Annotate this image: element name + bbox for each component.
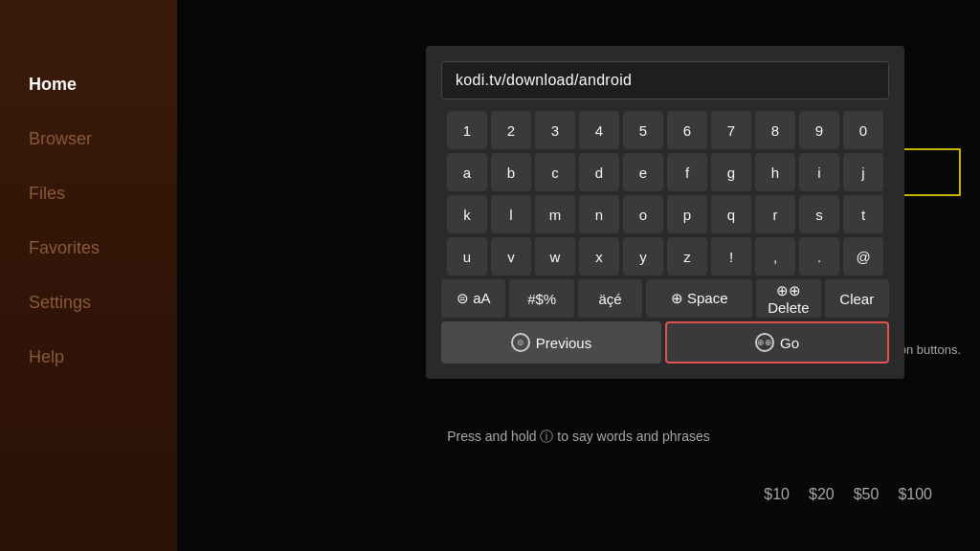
number-row: 1 2 3 4 5 6 7 8 9 0 [441, 111, 889, 149]
sidebar-item-help[interactable]: Help [0, 330, 177, 385]
sidebar-item-favorites[interactable]: Favorites [0, 221, 177, 276]
action-row: ⊜ Previous ⊕⊕ Go [441, 321, 889, 364]
key-4[interactable]: 4 [579, 111, 619, 149]
key-3[interactable]: 3 [535, 111, 575, 149]
go-icon: ⊕⊕ [755, 333, 774, 352]
key-c[interactable]: c [535, 153, 575, 191]
key-o[interactable]: o [623, 195, 663, 233]
donation-20[interactable]: $20 [809, 486, 835, 503]
key-delete[interactable]: ⊕⊕ Delete [756, 279, 820, 318]
key-accent[interactable]: äçé [578, 279, 642, 318]
sidebar: Home Browser Files Favorites Settings He… [0, 0, 177, 551]
main-area: se donation buttons. kodi.tv/download/an… [177, 0, 980, 551]
key-i[interactable]: i [799, 153, 839, 191]
url-input[interactable]: kodi.tv/download/android [441, 61, 889, 99]
key-clear[interactable]: Clear [825, 279, 889, 318]
key-p[interactable]: p [667, 195, 707, 233]
row-k-t: k l m n o p q r s t [441, 195, 889, 233]
key-q[interactable]: q [711, 195, 751, 233]
key-s[interactable]: s [799, 195, 839, 233]
key-5[interactable]: 5 [623, 111, 663, 149]
go-label: Go [780, 335, 799, 351]
key-6[interactable]: 6 [667, 111, 707, 149]
sidebar-item-settings[interactable]: Settings [0, 276, 177, 330]
special-row: ⊜ aA #$% äçé ⊕ Space ⊕⊕ Delete Clear [441, 279, 889, 318]
key-symbols[interactable]: ⊜ aA [441, 279, 505, 318]
key-b[interactable]: b [491, 153, 531, 191]
key-hash[interactable]: #$% [509, 279, 573, 318]
sidebar-item-files[interactable]: Files [0, 166, 177, 221]
key-w[interactable]: w [535, 237, 575, 276]
key-t[interactable]: t [843, 195, 883, 233]
key-u[interactable]: u [447, 237, 487, 276]
keyboard-dialog: kodi.tv/download/android 1 2 3 4 5 6 7 8… [426, 46, 904, 379]
key-a[interactable]: a [447, 153, 487, 191]
key-0[interactable]: 0 [843, 111, 883, 149]
row-a-j: a b c d e f g h i j [441, 153, 889, 191]
key-j[interactable]: j [843, 153, 883, 191]
key-d[interactable]: d [579, 153, 619, 191]
key-y[interactable]: y [623, 237, 663, 276]
key-z[interactable]: z [667, 237, 707, 276]
key-period[interactable]: . [799, 237, 839, 276]
key-9[interactable]: 9 [799, 111, 839, 149]
sidebar-item-browser[interactable]: Browser [0, 112, 177, 166]
donation-row: $10 $20 $50 $100 [764, 486, 932, 503]
row-u-at: u v w x y z ! , . @ [441, 237, 889, 276]
voice-hint: Press and hold ⓘ to say words and phrase… [177, 429, 980, 446]
key-x[interactable]: x [579, 237, 619, 276]
key-v[interactable]: v [491, 237, 531, 276]
key-f[interactable]: f [667, 153, 707, 191]
donation-10[interactable]: $10 [764, 486, 790, 503]
previous-button[interactable]: ⊜ Previous [441, 321, 661, 364]
key-r[interactable]: r [755, 195, 795, 233]
key-2[interactable]: 2 [491, 111, 531, 149]
key-e[interactable]: e [623, 153, 663, 191]
go-button[interactable]: ⊕⊕ Go [665, 321, 889, 364]
key-8[interactable]: 8 [755, 111, 795, 149]
key-h[interactable]: h [755, 153, 795, 191]
keyboard: 1 2 3 4 5 6 7 8 9 0 a b c d e f g h [441, 111, 889, 318]
key-7[interactable]: 7 [711, 111, 751, 149]
key-1[interactable]: 1 [447, 111, 487, 149]
key-m[interactable]: m [535, 195, 575, 233]
key-l[interactable]: l [491, 195, 531, 233]
key-n[interactable]: n [579, 195, 619, 233]
key-exclaim[interactable]: ! [711, 237, 751, 276]
donation-100[interactable]: $100 [898, 486, 932, 503]
key-space[interactable]: ⊕ Space [646, 279, 752, 318]
previous-label: Previous [536, 335, 591, 351]
sidebar-item-home[interactable]: Home [0, 57, 177, 112]
key-comma[interactable]: , [755, 237, 795, 276]
donation-50[interactable]: $50 [854, 486, 880, 503]
key-at[interactable]: @ [843, 237, 883, 276]
key-g[interactable]: g [711, 153, 751, 191]
previous-icon: ⊜ [511, 333, 530, 352]
key-k[interactable]: k [447, 195, 487, 233]
